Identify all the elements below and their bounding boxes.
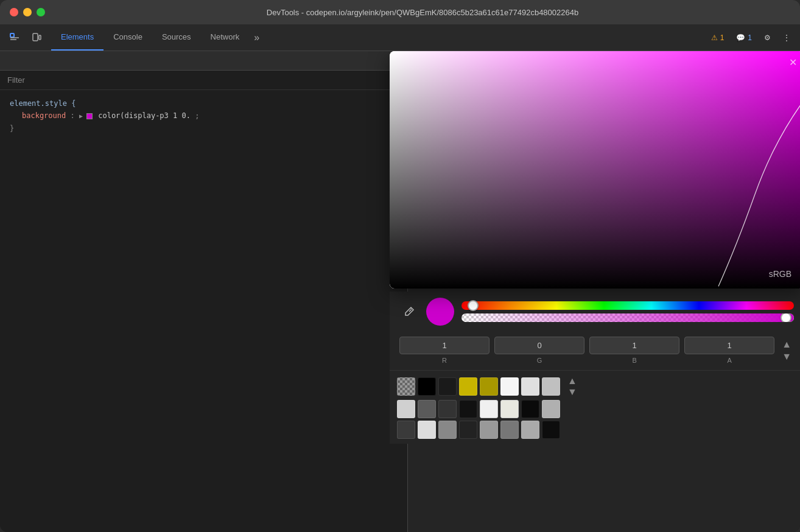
swatch-step-up-icon: ▲ [567,376,577,387]
g-input-group: G [494,337,584,364]
swatches-row-2 [397,400,796,418]
close-traffic-light[interactable] [10,8,18,16]
swatch-dark3[interactable] [459,421,477,439]
color-controls-row [390,292,800,328]
color-preview-circle [426,298,454,326]
swatch-light2[interactable] [521,377,539,396]
swatch-gray6[interactable] [500,421,519,439]
a-input-group: A [684,337,774,364]
warnings-button[interactable]: ⚠ 1 [706,31,729,44]
swatch-stepper-1[interactable]: ▲ ▼ [567,376,577,397]
css-closing-brace: } [10,124,14,133]
styles-code-panel: element.style { background : ▶ color(dis… [0,90,407,532]
swatch-very-dark[interactable] [542,421,560,439]
tab-actions: ⚠ 1 💬 1 ⚙ ⋮ [706,24,800,51]
minimize-traffic-light[interactable] [23,8,32,16]
r-input-group: R [399,337,489,364]
step-down-icon: ▼ [782,351,791,362]
color-picker-close-button[interactable]: ✕ [787,56,799,68]
more-tabs-button[interactable]: » [249,24,264,51]
g-label: G [537,357,542,364]
r-label: R [442,357,447,364]
more-options-button[interactable]: ⋮ [778,31,795,44]
a-input[interactable] [684,337,774,354]
swatch-gray2[interactable] [418,400,436,418]
swatch-gray3[interactable] [438,400,457,418]
transparent-swatch[interactable] [397,377,415,396]
swatch-gray7[interactable] [521,421,539,439]
tab-elements[interactable]: Elements [51,24,104,51]
color-sliders [461,301,794,322]
devtools-tab-bar: Elements Console Sources Network » ⚠ 1 💬… [0,24,800,51]
left-panel: Filter element.style { background : ▶ co… [0,51,408,532]
swatch-gray5[interactable] [480,421,498,439]
window-title: DevTools - codepen.io/argyleink/pen/QWBg… [55,8,790,17]
swatch-gray4[interactable] [459,400,477,418]
swatch-white1[interactable] [480,400,498,418]
swatch-light1[interactable] [500,377,519,396]
warning-icon: ⚠ [711,33,718,42]
swatch-black[interactable] [418,377,436,396]
inspect-element-button[interactable] [5,28,24,47]
b-input[interactable] [589,337,679,354]
code-closing-line: } [10,122,398,135]
color-picker-popup: sRGB ✕ [390,51,800,289]
swatch-gray1[interactable] [397,400,415,418]
b-input-group: B [589,337,679,364]
code-selector-line: element.style { [10,97,398,110]
code-property-line: background : ▶ color(display-p3 1 0. ; [10,110,398,122]
swatch-near-black[interactable] [521,400,539,418]
tab-console[interactable]: Console [104,24,152,51]
tab-icons-group [0,24,51,51]
swatches-row-1: ▲ ▼ [397,376,796,397]
swatch-dark[interactable] [438,377,457,396]
devtools-window: DevTools - codepen.io/argyleink/pen/QWBg… [0,0,800,532]
eyedropper-button[interactable] [399,302,419,321]
swatch-mid-gray[interactable] [542,400,560,418]
g-input[interactable] [494,337,584,354]
maximize-traffic-light[interactable] [37,8,45,16]
swatch-light3[interactable] [418,421,436,439]
hue-slider-thumb [468,300,479,311]
hue-slider[interactable] [461,301,794,310]
message-icon: 💬 [736,33,745,42]
color-gradient-canvas[interactable]: sRGB [390,51,800,289]
filter-bar: Filter [0,71,407,90]
device-toolbar-button[interactable] [27,28,46,47]
svg-rect-3 [33,33,38,41]
swatches-section: ▲ ▼ [390,370,800,444]
step-up-icon: ▲ [782,339,791,350]
r-input[interactable] [399,337,489,354]
panel-toolbar [0,51,407,71]
tab-network[interactable]: Network [201,24,250,51]
rgba-inputs-row: R G B A ▲ ▼ [390,334,800,370]
swatch-medium[interactable] [438,421,457,439]
b-label: B [632,357,636,364]
swatch-white2[interactable] [500,400,519,418]
gear-icon: ⚙ [764,33,771,42]
svg-rect-4 [39,35,41,40]
srgb-label: sRGB [769,269,791,279]
css-color-value: color(display-p3 1 0. [98,111,191,120]
css-colon: : [70,111,79,120]
alpha-slider[interactable] [461,313,794,322]
a-label: A [727,357,731,364]
css-selector: element.style { [10,99,75,108]
color-swatch[interactable] [86,113,93,119]
tab-sources[interactable]: Sources [152,24,201,51]
expand-arrow[interactable]: ▶ [79,113,86,119]
right-panel: sRGB ✕ [408,51,800,532]
main-tabs: Elements Console Sources Network » [51,24,264,51]
swatch-dark2[interactable] [397,421,415,439]
swatches-row-3 [397,421,796,439]
filter-label: Filter [7,75,25,85]
swatch-silver[interactable] [542,377,560,396]
swatch-gold[interactable] [459,377,477,396]
css-property: background [22,111,66,120]
main-content: Filter element.style { background : ▶ co… [0,51,800,532]
settings-button[interactable]: ⚙ [759,31,776,44]
svg-line-5 [409,309,412,312]
swatch-dark-gold[interactable] [480,377,498,396]
value-stepper[interactable]: ▲ ▼ [779,339,794,362]
messages-button[interactable]: 💬 1 [731,31,757,44]
